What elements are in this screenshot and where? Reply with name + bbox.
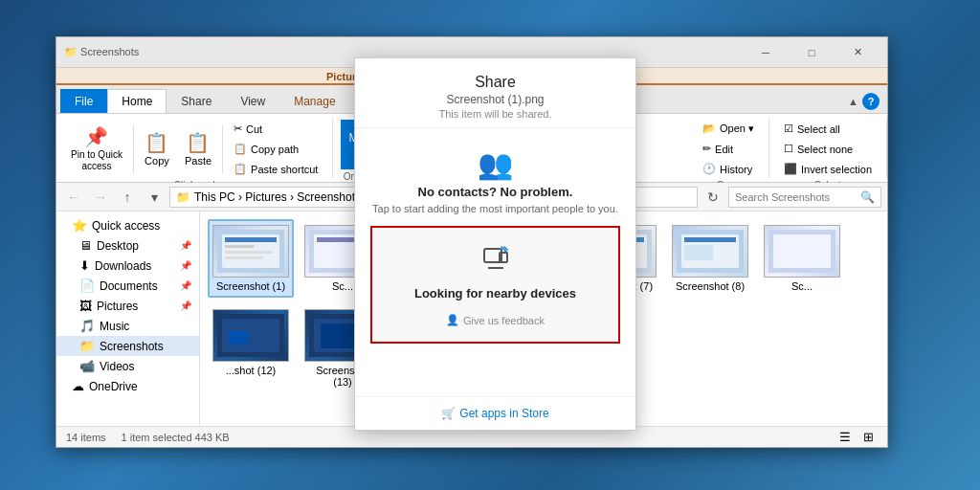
file-item-9[interactable]: Sc... [759,219,845,298]
folder-yellow-icon: 📁 [79,339,95,353]
sidebar-item-videos[interactable]: 📹 Videos [56,356,199,376]
select-all-button[interactable]: ☑ Select all [777,120,879,138]
selected-info: 1 item selected 443 KB [122,432,230,443]
pin-icon: 📌 [84,125,108,148]
copy-button[interactable]: 📋 Copy [138,128,176,169]
sidebar-item-pictures[interactable]: 🖼 Pictures 📌 [56,296,199,316]
share-no-contacts-sub: Tap to start adding the most important p… [372,203,618,214]
select-all-label: Select all [797,123,840,135]
window-controls: ─ □ ✕ [744,37,880,68]
refresh-button[interactable]: ↻ [702,186,724,209]
sidebar-item-onedrive[interactable]: ☁ OneDrive [56,376,199,396]
recent-locations-button[interactable]: ▾ [143,186,166,209]
sidebar-label-pictures: Pictures [97,300,138,313]
pin-indicator-4: 📌 [180,301,191,311]
nearby-devices-title: Looking for nearby devices [414,286,576,301]
file-thumb-9 [764,225,840,278]
details-view-button[interactable]: ☰ [835,429,855,446]
tab-file[interactable]: File [60,89,107,113]
view-controls: ☰ ⊞ [835,429,878,446]
back-button[interactable]: ← [62,186,85,209]
help-icon[interactable]: ? [862,93,880,110]
sidebar-label-documents: Documents [100,279,158,293]
select-none-button[interactable]: ☐ Select none [777,140,879,158]
open-button[interactable]: 📂 Open ▾ [696,120,761,138]
share-dialog: Share Screenshot (1).png This item will … [354,57,636,431]
file-name-2: Sc... [332,280,353,292]
pin-indicator-3: 📌 [180,280,191,291]
sidebar-item-quick-access[interactable]: ⭐ Quick access [56,215,199,235]
file-name-8: Screenshot (8) [676,280,745,292]
get-apps-link[interactable]: 🛒 Get apps in Store [370,407,620,420]
store-icon: 🛒 [441,407,456,420]
item-count: 14 items [66,432,106,443]
svg-rect-24 [773,234,831,268]
sidebar-label-downloads: Downloads [95,259,151,273]
downloads-icon: ⬇ [79,258,90,273]
open-label: Open ▾ [720,122,754,135]
share-body: 👥 No contacts? No problem. Tap to start … [355,128,635,396]
tab-view[interactable]: View [226,89,279,113]
file-thumb-8 [672,225,748,278]
share-no-contacts-title: No contacts? No problem. [418,185,573,199]
file-thumb-12 [212,309,289,362]
tiles-view-button[interactable]: ⊞ [858,429,878,446]
desktop-icon: 🖥 [79,238,92,253]
pin-to-quick-access-button[interactable]: 📌 Pin to Quickaccess [64,122,129,175]
pin-indicator-2: 📌 [180,260,191,271]
minimize-button[interactable]: ─ [744,37,788,68]
sidebar-item-desktop[interactable]: 🖥 Desktop 📌 [56,235,199,256]
edit-label: Edit [715,144,733,155]
share-title: Share [370,74,620,91]
open-icon: 📂 [702,122,716,135]
paste-button[interactable]: 📋 Paste [178,128,218,169]
svg-rect-21 [684,237,736,242]
share-subtitle: This item will be shared. [370,108,620,120]
file-name-1: Screenshot (1) [216,280,285,292]
copy-icon: 📋 [145,131,168,154]
copy-path-button[interactable]: 📋 Copy path [227,140,324,158]
file-item-8[interactable]: Screenshot (8) [667,219,753,298]
up-button[interactable]: ↑ [116,186,139,209]
sidebar-item-music[interactable]: 🎵 Music [56,316,199,336]
copy-path-icon: 📋 [234,143,247,155]
feedback-link[interactable]: 👤 Give us feedback [446,314,545,326]
history-button[interactable]: 🕐 History [696,160,761,178]
cut-button[interactable]: ✂ Cut [227,120,324,138]
svg-rect-22 [684,245,713,260]
select-all-icon: ☑ [784,122,793,135]
file-item-12[interactable]: ...shot (12) [208,303,294,393]
tab-share[interactable]: Share [167,89,226,113]
maximize-button[interactable]: □ [790,37,834,68]
contacts-icon: 👥 [478,147,513,181]
sidebar-item-documents[interactable]: 📄 Documents 📌 [56,276,199,296]
sidebar-item-downloads[interactable]: ⬇ Downloads 📌 [56,256,199,276]
select-buttons: ☑ Select all ☐ Select none ⬛ Invert sele… [777,120,879,178]
forward-button[interactable]: → [89,186,112,209]
paste-shortcut-icon: 📋 [234,163,247,175]
invert-label: Invert selection [801,164,872,175]
svg-rect-27 [229,331,248,345]
tab-manage[interactable]: Manage [279,89,349,113]
svg-rect-2 [225,237,277,242]
file-item-1[interactable]: Screenshot (1) [208,219,294,298]
sidebar-item-screenshots[interactable]: 📁 Screenshots [56,336,199,356]
sidebar-label-desktop: Desktop [97,239,139,253]
window-title: 📁 Screenshots [64,46,139,58]
close-button[interactable]: ✕ [835,37,880,68]
ribbon-group-open: 📂 Open ▾ ✏ Edit 🕐 History Open [688,118,769,178]
select-none-label: Select none [797,144,853,155]
invert-selection-button[interactable]: ⬛ Invert selection [777,160,879,178]
paste-shortcut-button[interactable]: 📋 Paste shortcut [227,160,324,178]
sidebar-label-onedrive: OneDrive [89,380,138,393]
folder-icon: 📁 [176,190,190,204]
open-buttons: 📂 Open ▾ ✏ Edit 🕐 History [696,120,761,178]
select-none-icon: ☐ [784,143,793,155]
paste-shortcut-label: Paste shortcut [251,164,318,175]
nearby-devices-box: Looking for nearby devices 👤 Give us fee… [370,226,620,344]
search-input[interactable] [735,191,860,203]
tab-home[interactable]: Home [107,89,167,113]
svg-rect-3 [225,245,254,248]
edit-button[interactable]: ✏ Edit [696,140,761,158]
sidebar: ⭐ Quick access 🖥 Desktop 📌 ⬇ Downloads 📌… [56,212,200,426]
